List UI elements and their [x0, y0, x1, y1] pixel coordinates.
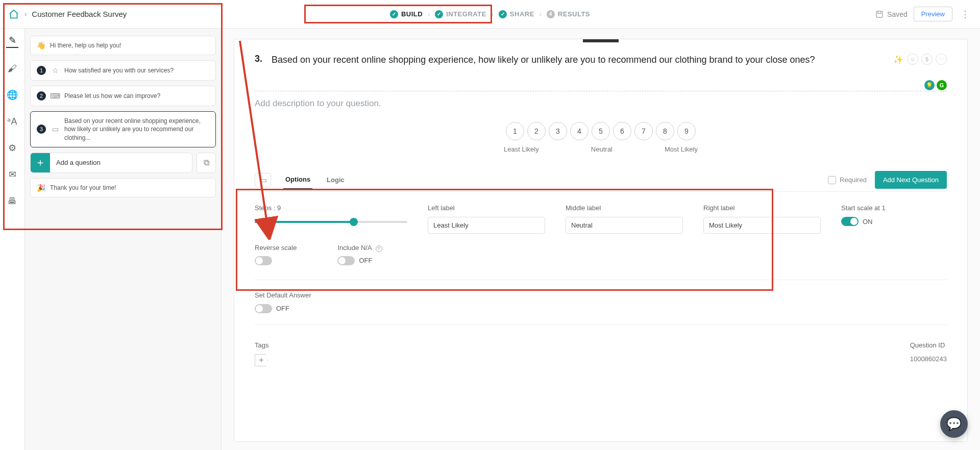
- question-text[interactable]: Based on your recent online shopping exp…: [272, 54, 884, 66]
- gear-icon[interactable]: ⚙: [6, 142, 18, 154]
- sidebar-question-1[interactable]: 1 ☆ How satisfied are you with our servi…: [30, 60, 216, 81]
- info-icon[interactable]: ?: [376, 245, 382, 252]
- steps-option: Steps : 9: [255, 204, 407, 234]
- step-results[interactable]: 4 RESULTS: [547, 10, 590, 18]
- left-label-option: Left label: [428, 204, 545, 234]
- scale-left-label: Least Likely: [504, 145, 539, 153]
- description-row[interactable]: 💡 G Add description to your question.: [255, 91, 947, 109]
- tab-options[interactable]: Options: [283, 170, 312, 190]
- breadcrumb: › Customer Feedback Survey: [8, 9, 127, 20]
- dollar-icon[interactable]: $: [921, 54, 933, 65]
- paint-icon[interactable]: 🖌: [6, 62, 18, 74]
- emoji-icon[interactable]: ☺: [907, 54, 918, 65]
- options-row-2: Reverse scale Include N/A ? OFF: [255, 244, 947, 276]
- globe-icon[interactable]: 🌐: [6, 89, 18, 101]
- middle-label-input[interactable]: [566, 217, 683, 234]
- add-question-button[interactable]: ＋ Add a question: [30, 153, 192, 173]
- mail-icon[interactable]: ✉: [6, 168, 18, 181]
- divider: [255, 324, 947, 325]
- preview-button[interactable]: Preview: [914, 7, 952, 21]
- step-integrate[interactable]: ✓ INTEGRATE: [435, 10, 486, 18]
- party-icon: 🎉: [37, 184, 45, 192]
- question-number-badge: 3: [37, 124, 46, 134]
- options-tabs: ▭ Options Logic Required Add Next Questi…: [255, 168, 947, 192]
- question-header: 3. Based on your recent online shopping …: [255, 54, 947, 66]
- survey-title[interactable]: Customer Feedback Survey: [32, 10, 127, 18]
- tags-section: Tags +: [255, 341, 268, 366]
- thankyou-card[interactable]: 🎉 Thank you for your time!: [30, 178, 216, 197]
- slider-thumb-icon[interactable]: [350, 218, 358, 226]
- scale-option[interactable]: 3: [549, 122, 567, 140]
- default-answer-toggle[interactable]: [255, 304, 272, 313]
- question-id-value: 1000860243: [910, 355, 947, 363]
- tab-logic[interactable]: Logic: [325, 171, 347, 189]
- left-label-input[interactable]: [428, 217, 545, 234]
- check-icon: ✓: [390, 10, 398, 18]
- copy-icon: ⧉: [204, 158, 209, 167]
- scale-option[interactable]: 2: [527, 122, 546, 140]
- chat-icon: 💬: [946, 417, 962, 431]
- reverse-scale-toggle[interactable]: [255, 256, 272, 265]
- steps-label: Steps : 9: [255, 204, 407, 212]
- scale-right-label: Most Likely: [665, 145, 698, 153]
- text-input-icon: ⌨: [51, 92, 59, 100]
- default-answer-option: Set Default Answer OFF: [255, 291, 947, 313]
- question-sidebar: 👋 Hi there, help us help you! 1 ☆ How sa…: [25, 29, 222, 450]
- more-icon[interactable]: ⋯: [936, 54, 947, 65]
- sidebar-question-2[interactable]: 2 ⌨ Please let us how we can improve?: [30, 86, 216, 106]
- required-toggle[interactable]: Required: [828, 176, 867, 184]
- duplicate-button[interactable]: ⧉: [197, 153, 216, 173]
- question-number-badge: 2: [37, 91, 46, 101]
- scale-option[interactable]: 1: [506, 122, 524, 140]
- add-question-row: ＋ Add a question ⧉: [30, 153, 216, 173]
- more-menu-icon[interactable]: ⋮: [959, 9, 972, 20]
- step-build[interactable]: ✓ BUILD: [390, 10, 423, 18]
- scale-option[interactable]: 6: [613, 122, 631, 140]
- tab-right-actions: Required Add Next Question: [828, 171, 947, 189]
- question-type-icon[interactable]: ▭: [255, 173, 271, 187]
- start-scale-option: Start scale at 1 ON: [841, 204, 947, 234]
- include-na-toggle[interactable]: [337, 256, 355, 265]
- edit-icon[interactable]: ✎: [6, 36, 18, 48]
- start-scale-toggle[interactable]: [841, 217, 859, 226]
- app-header: › Customer Feedback Survey ✓ BUILD › ✓ I…: [0, 0, 980, 29]
- checkbox-icon[interactable]: [828, 176, 836, 184]
- scale-mid-label: Neutral: [591, 145, 612, 153]
- chevron-right-icon: ›: [428, 11, 430, 18]
- drag-handle[interactable]: [583, 39, 619, 42]
- scale-option[interactable]: 8: [656, 122, 674, 140]
- description-placeholder: Add description to your question.: [255, 98, 381, 108]
- svg-rect-0: [876, 11, 883, 17]
- save-icon: [875, 10, 884, 19]
- translate-icon[interactable]: ᵃA: [6, 115, 18, 128]
- scale-icon: ▭: [51, 125, 59, 133]
- chevron-right-icon: ›: [540, 11, 542, 18]
- include-na-option: Include N/A ? OFF: [337, 244, 382, 265]
- sidebar-question-3[interactable]: 3 ▭ Based on your recent online shopping…: [30, 111, 216, 147]
- home-icon[interactable]: [8, 9, 19, 20]
- scale-labels: Least Likely Neutral Most Likely: [504, 145, 698, 153]
- editor-main: 3. Based on your recent online shopping …: [222, 29, 980, 450]
- question-id-section: Question ID 1000860243: [910, 341, 947, 366]
- tool-rail: ✎ 🖌 🌐 ᵃA ⚙ ✉ 🖶: [0, 29, 25, 450]
- grammarly-icon[interactable]: G: [937, 80, 947, 90]
- scale-option[interactable]: 4: [570, 122, 589, 140]
- divider: [255, 280, 947, 280]
- bulb-icon[interactable]: 💡: [924, 80, 935, 90]
- chevron-right-icon: ›: [24, 10, 27, 18]
- add-tag-button[interactable]: +: [255, 354, 268, 366]
- scale-option[interactable]: 7: [634, 122, 653, 140]
- right-label-option: Right label: [703, 204, 821, 234]
- chat-fab[interactable]: 💬: [940, 410, 968, 438]
- step-share[interactable]: ✓ SHARE: [499, 10, 534, 18]
- scale-option[interactable]: 5: [592, 122, 610, 140]
- scale-option[interactable]: 9: [677, 122, 696, 140]
- question-number-badge: 1: [37, 66, 46, 75]
- right-label-input[interactable]: [703, 217, 821, 234]
- welcome-card[interactable]: 👋 Hi there, help us help you!: [30, 36, 216, 55]
- magic-icon[interactable]: ✨: [893, 54, 904, 65]
- print-icon[interactable]: 🖶: [6, 195, 18, 207]
- add-next-question-button[interactable]: Add Next Question: [875, 171, 947, 189]
- plus-icon: ＋: [31, 153, 50, 172]
- steps-slider[interactable]: [255, 221, 407, 223]
